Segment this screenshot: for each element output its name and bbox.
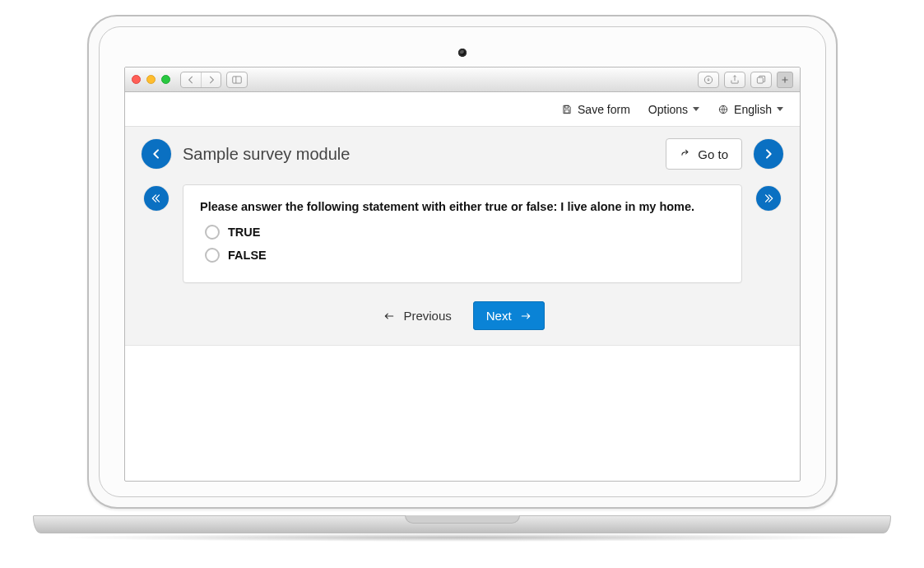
arrow-left-icon [383,310,395,322]
close-window-icon[interactable] [132,75,141,84]
option-false[interactable]: FALSE [205,248,725,263]
laptop-bezel: Save form Options English [87,15,838,509]
previous-button[interactable]: Previous [380,302,454,329]
skip-back-button[interactable] [144,186,169,211]
webcam-icon [458,49,467,57]
language-label: English [734,103,772,116]
svg-rect-4 [565,105,569,108]
survey-main: Sample survey module Go to [125,127,800,346]
title-row: Sample survey module Go to [142,138,783,170]
maximize-window-icon[interactable] [161,75,170,84]
skip-forward-button[interactable] [756,186,781,211]
window-controls [132,75,170,84]
survey-title: Sample survey module [183,145,654,164]
tabs-button[interactable] [750,72,772,88]
prev-page-circle-button[interactable] [142,139,171,169]
radio-icon [205,248,220,263]
browser-chrome [125,68,800,92]
option-label: TRUE [228,226,260,239]
footer-nav: Previous Next [142,301,783,330]
screen: Save form Options English [124,67,801,482]
options-label: Options [648,103,688,116]
goto-button[interactable]: Go to [666,138,742,170]
downloads-button[interactable] [698,72,719,88]
new-tab-button[interactable] [777,72,793,88]
arrow-right-icon [520,310,532,322]
laptop-bezel-inner: Save form Options English [99,26,826,497]
radio-icon [205,225,220,240]
goto-arrow-icon [680,148,691,160]
options-dropdown[interactable]: Options [648,103,699,116]
svg-rect-5 [565,109,569,113]
laptop-frame: Save form Options English [87,15,838,509]
save-form-button[interactable]: Save form [561,103,630,116]
question-card: Please answer the following statement wi… [183,184,742,283]
option-true[interactable]: TRUE [205,225,725,240]
app-header: Save form Options English [125,92,800,127]
question-text: Please answer the following statement wi… [200,200,725,213]
chevron-down-icon [693,107,699,111]
nav-back-forward [180,72,221,88]
next-page-circle-button[interactable] [754,139,783,169]
save-form-label: Save form [578,103,630,116]
forward-button[interactable] [201,72,221,87]
save-icon [561,104,573,115]
laptop-base [33,515,891,543]
svg-rect-3 [757,77,763,83]
previous-label: Previous [403,309,451,323]
sidebar-toggle-button[interactable] [226,72,248,88]
option-label: FALSE [228,249,267,262]
next-button[interactable]: Next [473,301,545,330]
next-label: Next [486,309,512,323]
language-dropdown[interactable]: English [717,103,783,116]
back-button[interactable] [181,72,201,87]
goto-label: Go to [698,147,728,161]
body-row: Please answer the following statement wi… [142,184,783,283]
chevron-down-icon [777,107,783,111]
globe-icon [717,104,729,115]
share-button[interactable] [724,72,745,88]
svg-rect-0 [233,76,242,82]
minimize-window-icon[interactable] [146,75,156,84]
